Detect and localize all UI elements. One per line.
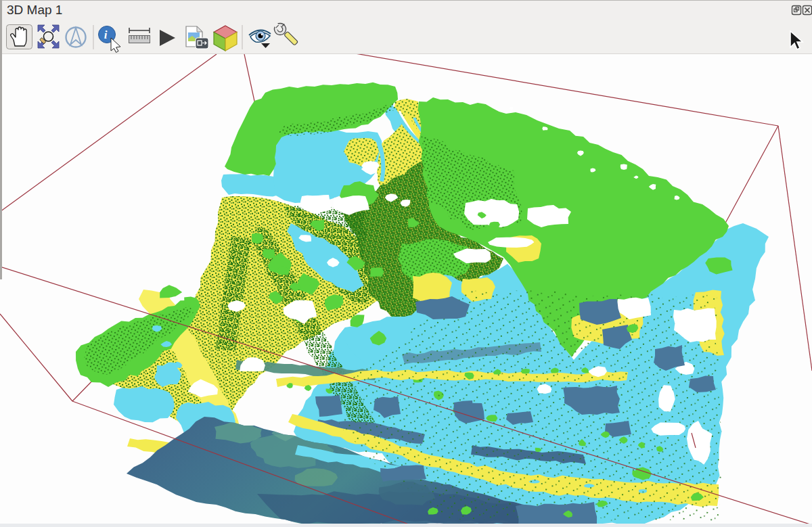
svg-text:i: i	[104, 28, 108, 41]
